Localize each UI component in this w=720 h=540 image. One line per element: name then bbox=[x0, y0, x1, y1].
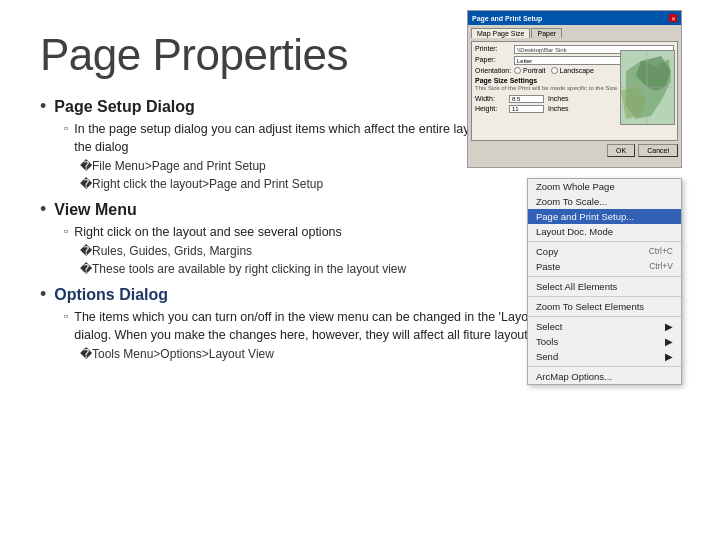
printer-value: \\Desktop\Bar Sink bbox=[517, 47, 567, 53]
sub-sub-text-2: �Right click the layout>Page and Print S… bbox=[80, 176, 323, 193]
printer-label: Printer: bbox=[475, 45, 510, 54]
width-label: Width: bbox=[475, 95, 505, 103]
menu-separator-1 bbox=[528, 241, 681, 242]
menu-item-copy: Copy Ctrl+C bbox=[528, 244, 681, 259]
menu-item-zoom-scale: Zoom To Scale... bbox=[528, 194, 681, 209]
width-input: 8.5 bbox=[509, 95, 544, 103]
map-preview-svg bbox=[621, 51, 674, 124]
menu-item-zoom-select: Zoom To Select Elements bbox=[528, 299, 681, 314]
menu-separator-5 bbox=[528, 366, 681, 367]
portrait-radio[interactable] bbox=[514, 67, 521, 74]
portrait-option: Portrait bbox=[514, 67, 546, 74]
map-preview bbox=[620, 50, 675, 125]
menu-item-tools: Tools ▶ bbox=[528, 334, 681, 349]
paste-label: Paste bbox=[536, 261, 560, 272]
menu-separator-3 bbox=[528, 296, 681, 297]
send-arrow: ▶ bbox=[665, 351, 673, 362]
tab-map-page-size: Map Page Size bbox=[471, 28, 530, 38]
select-label: Select bbox=[536, 321, 562, 332]
bullet-text-page-setup: Page Setup Dialog bbox=[54, 98, 194, 116]
sub-marker-3: ▫ bbox=[64, 309, 68, 323]
menu-item-send: Send ▶ bbox=[528, 349, 681, 364]
menu-item-layout-doc: Layout Doc. Mode bbox=[528, 224, 681, 239]
sub-marker-1: ▫ bbox=[64, 121, 68, 135]
ok-button[interactable]: OK bbox=[607, 144, 635, 157]
dialog-title-text: Page and Print Setup bbox=[472, 15, 542, 22]
sub-sub-text-3: �Rules, Guides, Grids, Margins bbox=[80, 243, 252, 260]
page-label: Paper: bbox=[475, 56, 510, 65]
dialog-panel: Printer: \\Desktop\Bar Sink Paper: Lette… bbox=[471, 41, 678, 141]
tools-arrow: ▶ bbox=[665, 336, 673, 347]
copy-shortcut: Ctrl+C bbox=[649, 246, 673, 257]
menu-item-page-print: Page and Print Setup... bbox=[528, 209, 681, 224]
copy-label: Copy bbox=[536, 246, 558, 257]
sub-sub-text-5: �Tools Menu>Options>Layout View bbox=[80, 346, 274, 363]
orient-label: Orientation: bbox=[475, 67, 510, 74]
menu-item-zoom-whole: Zoom Whole Page bbox=[528, 179, 681, 194]
tab-paper: Paper bbox=[531, 28, 562, 38]
bullet-dot-3: • bbox=[40, 284, 46, 305]
menu-item-select: Select ▶ bbox=[528, 319, 681, 334]
send-label: Send bbox=[536, 351, 558, 362]
paste-shortcut: Ctrl+V bbox=[649, 261, 673, 272]
bullet-text-options: Options Dialog bbox=[54, 286, 168, 304]
paper-value: Letter bbox=[517, 58, 532, 64]
height-unit: Inches bbox=[548, 105, 569, 113]
menu-separator-4 bbox=[528, 316, 681, 317]
menu-item-select-all: Select All Elements bbox=[528, 279, 681, 294]
sub-text-view-menu-1: Right click on the layout and see severa… bbox=[74, 223, 342, 241]
bullet-dot-1: • bbox=[40, 96, 46, 117]
height-label: Height: bbox=[475, 105, 505, 113]
dialog-titlebar: Page and Print Setup ✕ bbox=[468, 11, 681, 25]
orient-options: Portrait Landscape bbox=[514, 67, 594, 74]
landscape-radio[interactable] bbox=[551, 67, 558, 74]
menu-separator-2 bbox=[528, 276, 681, 277]
dialog-screenshot: Page and Print Setup ✕ Map Page Size Pap… bbox=[467, 10, 682, 168]
bullet-dot-2: • bbox=[40, 199, 46, 220]
menu-item-arcmap-options: ArcMap Options... bbox=[528, 369, 681, 384]
cancel-button[interactable]: Cancel bbox=[638, 144, 678, 157]
width-unit: Inches bbox=[548, 95, 569, 103]
slide-container: Page Properties • Page Setup Dialog ▫ In… bbox=[0, 0, 720, 540]
dialog-tabs: Map Page Size Paper bbox=[471, 28, 678, 38]
dialog-action-buttons: OK Cancel bbox=[471, 144, 678, 157]
height-input: 11 bbox=[509, 105, 544, 113]
sub-marker-2: ▫ bbox=[64, 224, 68, 238]
dialog-body: Map Page Size Paper Printer: \\Desktop\B… bbox=[468, 25, 681, 167]
tools-label: Tools bbox=[536, 336, 558, 347]
select-arrow: ▶ bbox=[665, 321, 673, 332]
menu-item-paste: Paste Ctrl+V bbox=[528, 259, 681, 274]
bullet-text-view-menu: View Menu bbox=[54, 201, 136, 219]
dialog-simulation: Page and Print Setup ✕ Map Page Size Pap… bbox=[468, 11, 681, 167]
sub-sub-text-1: �File Menu>Page and Print Setup bbox=[80, 158, 266, 175]
landscape-option: Landscape bbox=[551, 67, 594, 74]
sub-sub-text-4: �These tools are available by right clic… bbox=[80, 261, 406, 278]
dialog-close-btn: ✕ bbox=[669, 14, 677, 22]
context-menu-screenshot: Zoom Whole Page Zoom To Scale... Page an… bbox=[527, 178, 682, 385]
